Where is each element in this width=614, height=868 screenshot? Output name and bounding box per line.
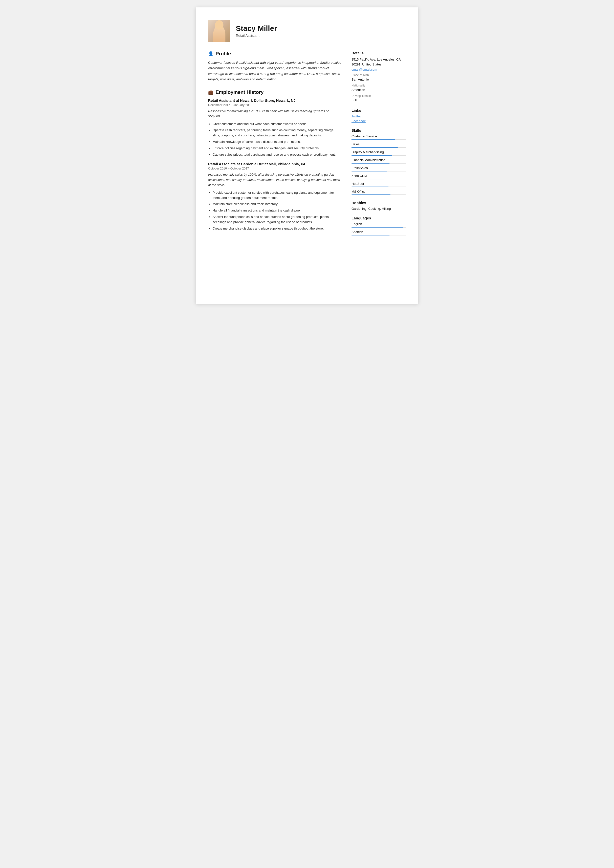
lang-bar-fill-1 [351,235,390,236]
skill-name-3: Financial Administration [351,158,406,162]
job-title-1: Retail Assistant at Newark Dollar Store,… [208,99,342,102]
profile-photo [208,20,230,42]
skill-bar-bg-7 [351,194,406,195]
skill-bar-bg-3 [351,163,406,164]
bullet: Answer inbound phone calls and handle qu… [213,214,342,225]
job-bullets-1: Greet customers and find out what each c… [208,122,342,157]
hobbies-section: Hobbies Gardening, Cooking, Hiking [351,201,406,211]
details-section: Details 1515 Pacific Ave, Los Angeles, C… [351,51,406,103]
skill-bar-bg-1 [351,147,406,148]
skill-item-6: HubSpot [351,182,406,187]
employment-icon: 💼 [208,90,214,95]
skill-bar-bg-5 [351,179,406,179]
skill-bar-fill-5 [351,179,384,179]
detail-address: 1515 Pacific Ave, Los Angeles, CA 90291,… [351,57,406,67]
details-title: Details [351,51,406,55]
profile-section: 👤 Profile Customer focused Retail Assist… [208,51,342,82]
bullet: Create merchandise displays and place su… [213,226,342,231]
lang-item-0: English [351,222,406,228]
skill-bar-bg-4 [351,171,406,172]
skill-name-0: Customer Service [351,135,406,138]
hobbies-text: Gardening, Cooking, Hiking [351,207,406,211]
profile-section-title: 👤 Profile [208,51,342,57]
languages-section: Languages English Spanish [351,216,406,236]
detail-email[interactable]: email@email.com [351,68,406,71]
skill-item-4: FreshSales [351,166,406,172]
nationality-label: Nationality [351,84,406,87]
main-layout: 👤 Profile Customer focused Retail Assist… [208,51,406,241]
skill-bar-fill-2 [351,155,392,156]
skill-bar-bg-0 [351,139,406,140]
skills-section: Skills Customer Service Sales Display Me… [351,128,406,195]
job-bullets-2: Provide excellent customer service with … [208,190,342,231]
bullet: Operate cash registers, performing tasks… [213,128,342,138]
skill-item-7: MS Office [351,190,406,195]
job-dates-2: October 2016 – October 2017 [208,167,342,170]
place-of-birth-value: San Antonio [351,78,406,82]
lang-item-1: Spanish [351,230,406,236]
skill-bar-bg-6 [351,186,406,187]
job-entry-1: Retail Assistant at Newark Dollar Store,… [208,99,342,157]
skill-name-5: Zoho CRM [351,174,406,178]
bullet: Enforce policies regarding payment and e… [213,146,342,151]
job-entry-2: Retail Associate at Gardenia Outlet Mall… [208,162,342,231]
link-twitter[interactable]: Twitter [351,115,406,118]
candidate-name: Stacy Miller [236,24,277,33]
right-column: Details 1515 Pacific Ave, Los Angeles, C… [351,51,406,241]
profile-text: Customer focused Retail Assistant with e… [208,60,342,82]
bullet: Maintain store cleanliness and track inv… [213,202,342,207]
driving-license-value: Full [351,98,406,102]
skill-name-2: Display Merchandising [351,150,406,154]
bullet: Handle all financial transactions and ma… [213,208,342,213]
resume-container: Stacy Miller Retail Assistant 👤 Profile … [196,8,418,304]
skill-item-1: Sales [351,142,406,148]
skill-name-4: FreshSales [351,166,406,170]
lang-bar-fill-0 [351,227,403,228]
driving-license-label: Driving license [351,94,406,98]
links-title: Links [351,108,406,112]
employment-section: 💼 Employment History Retail Assistant at… [208,90,342,231]
skills-title: Skills [351,128,406,132]
candidate-subtitle: Retail Assistant [236,34,277,37]
left-column: 👤 Profile Customer focused Retail Assist… [208,51,342,241]
employment-section-title: 💼 Employment History [208,90,342,95]
skill-bar-fill-4 [351,171,387,172]
skill-name-1: Sales [351,142,406,146]
header: Stacy Miller Retail Assistant [208,20,406,42]
job-dates-1: December 2017 – January 2019 [208,103,342,107]
link-facebook[interactable]: Facebook [351,119,406,123]
lang-bar-bg-0 [351,227,406,228]
nationality-value: American [351,88,406,92]
skill-name-7: MS Office [351,190,406,194]
lang-name-0: English [351,222,406,226]
bullet: Greet customers and find out what each c… [213,122,342,127]
bullet: Capture sales prices, total purchases an… [213,152,342,157]
skill-bar-fill-1 [351,147,398,148]
links-section: Links Twitter Facebook [351,108,406,123]
skill-bar-bg-2 [351,155,406,156]
job-summary-2: Increased monthly sales by 100%, after f… [208,172,342,188]
skill-item-0: Customer Service [351,135,406,140]
profile-icon: 👤 [208,51,214,57]
place-of-birth-label: Place of birth [351,73,406,77]
lang-name-1: Spanish [351,230,406,234]
skill-bar-fill-7 [351,194,390,195]
lang-bar-bg-1 [351,235,406,236]
skill-bar-fill-3 [351,163,390,164]
job-summary-1: Responsible for maintaining a $1,000 cas… [208,109,342,119]
skill-item-2: Display Merchandising [351,150,406,156]
bullet: Maintain knowledge of current sale disco… [213,140,342,144]
skill-item-3: Financial Administration [351,158,406,164]
skill-bar-fill-0 [351,139,395,140]
hobbies-title: Hobbies [351,201,406,205]
skill-item-5: Zoho CRM [351,174,406,179]
skill-name-6: HubSpot [351,182,406,186]
header-info: Stacy Miller Retail Assistant [236,24,277,37]
skill-bar-fill-6 [351,186,389,187]
job-title-2: Retail Associate at Gardenia Outlet Mall… [208,162,342,166]
languages-title: Languages [351,216,406,220]
bullet: Provide excellent customer service with … [213,190,342,201]
